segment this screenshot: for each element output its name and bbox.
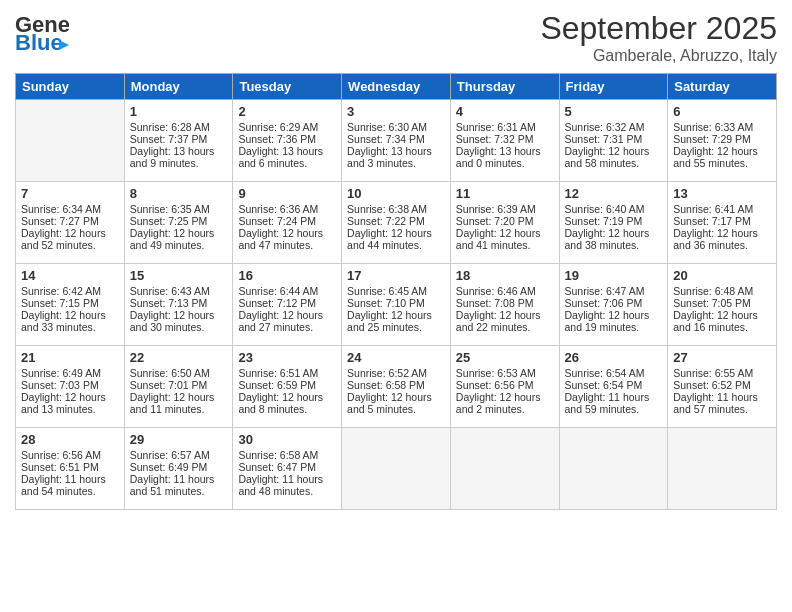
table-row: 1Sunrise: 6:28 AMSunset: 7:37 PMDaylight… [124, 100, 233, 182]
table-row: 14Sunrise: 6:42 AMSunset: 7:15 PMDayligh… [16, 264, 125, 346]
day-info: Sunset: 7:32 PM [456, 133, 554, 145]
day-info: and 48 minutes. [238, 485, 336, 497]
day-number: 20 [673, 268, 771, 283]
table-row: 11Sunrise: 6:39 AMSunset: 7:20 PMDayligh… [450, 182, 559, 264]
day-info: Daylight: 12 hours [238, 309, 336, 321]
day-info: Daylight: 12 hours [21, 391, 119, 403]
day-number: 22 [130, 350, 228, 365]
day-info: Sunset: 7:15 PM [21, 297, 119, 309]
day-info: and 8 minutes. [238, 403, 336, 415]
day-info: Daylight: 12 hours [130, 391, 228, 403]
day-info: Sunset: 6:47 PM [238, 461, 336, 473]
day-info: Sunset: 7:03 PM [21, 379, 119, 391]
day-number: 30 [238, 432, 336, 447]
day-info: Sunrise: 6:28 AM [130, 121, 228, 133]
table-row: 17Sunrise: 6:45 AMSunset: 7:10 PMDayligh… [342, 264, 451, 346]
table-row: 5Sunrise: 6:32 AMSunset: 7:31 PMDaylight… [559, 100, 668, 182]
page-container: General Blue September 2025 Gamberale, A… [0, 0, 792, 520]
week-row-1: 1Sunrise: 6:28 AMSunset: 7:37 PMDaylight… [16, 100, 777, 182]
day-info: Sunset: 7:17 PM [673, 215, 771, 227]
day-info: Daylight: 13 hours [347, 145, 445, 157]
header-wednesday: Wednesday [342, 74, 451, 100]
day-info: Sunrise: 6:29 AM [238, 121, 336, 133]
day-info: Daylight: 12 hours [21, 309, 119, 321]
day-info: Sunrise: 6:56 AM [21, 449, 119, 461]
day-info: and 57 minutes. [673, 403, 771, 415]
day-info: Sunrise: 6:33 AM [673, 121, 771, 133]
day-info: and 36 minutes. [673, 239, 771, 251]
svg-text:Blue: Blue [15, 30, 63, 54]
day-info: Sunrise: 6:44 AM [238, 285, 336, 297]
day-number: 26 [565, 350, 663, 365]
day-info: Sunset: 7:19 PM [565, 215, 663, 227]
day-info: Sunrise: 6:40 AM [565, 203, 663, 215]
day-info: Daylight: 12 hours [673, 145, 771, 157]
day-info: Sunset: 6:51 PM [21, 461, 119, 473]
day-info: Daylight: 11 hours [565, 391, 663, 403]
table-row: 8Sunrise: 6:35 AMSunset: 7:25 PMDaylight… [124, 182, 233, 264]
table-row: 10Sunrise: 6:38 AMSunset: 7:22 PMDayligh… [342, 182, 451, 264]
day-info: and 6 minutes. [238, 157, 336, 169]
day-info: Daylight: 13 hours [130, 145, 228, 157]
day-info: Daylight: 12 hours [347, 227, 445, 239]
table-row: 3Sunrise: 6:30 AMSunset: 7:34 PMDaylight… [342, 100, 451, 182]
day-info: and 44 minutes. [347, 239, 445, 251]
day-info: Daylight: 11 hours [673, 391, 771, 403]
day-info: and 51 minutes. [130, 485, 228, 497]
day-number: 3 [347, 104, 445, 119]
day-info: Sunset: 7:25 PM [130, 215, 228, 227]
table-row: 20Sunrise: 6:48 AMSunset: 7:05 PMDayligh… [668, 264, 777, 346]
day-info: Sunset: 7:22 PM [347, 215, 445, 227]
day-info: Daylight: 12 hours [130, 309, 228, 321]
day-number: 25 [456, 350, 554, 365]
day-info: Sunrise: 6:51 AM [238, 367, 336, 379]
day-number: 14 [21, 268, 119, 283]
day-info: Daylight: 12 hours [673, 309, 771, 321]
day-info: and 0 minutes. [456, 157, 554, 169]
table-row [559, 428, 668, 510]
header-friday: Friday [559, 74, 668, 100]
day-info: Sunset: 6:56 PM [456, 379, 554, 391]
day-info: and 59 minutes. [565, 403, 663, 415]
day-info: and 47 minutes. [238, 239, 336, 251]
table-row [16, 100, 125, 182]
day-info: Daylight: 12 hours [238, 227, 336, 239]
day-info: and 13 minutes. [21, 403, 119, 415]
table-row: 15Sunrise: 6:43 AMSunset: 7:13 PMDayligh… [124, 264, 233, 346]
day-info: Daylight: 12 hours [456, 391, 554, 403]
day-info: Sunset: 6:54 PM [565, 379, 663, 391]
day-number: 24 [347, 350, 445, 365]
day-info: Sunrise: 6:39 AM [456, 203, 554, 215]
day-info: and 55 minutes. [673, 157, 771, 169]
day-info: Sunrise: 6:42 AM [21, 285, 119, 297]
day-info: Daylight: 12 hours [347, 391, 445, 403]
table-row: 23Sunrise: 6:51 AMSunset: 6:59 PMDayligh… [233, 346, 342, 428]
day-number: 5 [565, 104, 663, 119]
day-info: Daylight: 12 hours [21, 227, 119, 239]
logo-icon: General Blue [15, 10, 69, 54]
day-number: 17 [347, 268, 445, 283]
day-number: 6 [673, 104, 771, 119]
day-info: Sunrise: 6:34 AM [21, 203, 119, 215]
table-row [668, 428, 777, 510]
day-info: Sunset: 7:31 PM [565, 133, 663, 145]
day-info: Sunrise: 6:58 AM [238, 449, 336, 461]
header: General Blue September 2025 Gamberale, A… [15, 10, 777, 65]
table-row: 13Sunrise: 6:41 AMSunset: 7:17 PMDayligh… [668, 182, 777, 264]
day-info: Daylight: 13 hours [238, 145, 336, 157]
table-row: 25Sunrise: 6:53 AMSunset: 6:56 PMDayligh… [450, 346, 559, 428]
day-info: and 19 minutes. [565, 321, 663, 333]
table-row: 24Sunrise: 6:52 AMSunset: 6:58 PMDayligh… [342, 346, 451, 428]
day-info: Sunrise: 6:38 AM [347, 203, 445, 215]
day-info: Sunrise: 6:52 AM [347, 367, 445, 379]
title-block: September 2025 Gamberale, Abruzzo, Italy [540, 10, 777, 65]
day-number: 16 [238, 268, 336, 283]
month-title: September 2025 [540, 10, 777, 47]
calendar-table: Sunday Monday Tuesday Wednesday Thursday… [15, 73, 777, 510]
day-info: Sunset: 7:10 PM [347, 297, 445, 309]
day-number: 21 [21, 350, 119, 365]
day-info: Daylight: 12 hours [130, 227, 228, 239]
table-row: 4Sunrise: 6:31 AMSunset: 7:32 PMDaylight… [450, 100, 559, 182]
table-row: 22Sunrise: 6:50 AMSunset: 7:01 PMDayligh… [124, 346, 233, 428]
table-row: 29Sunrise: 6:57 AMSunset: 6:49 PMDayligh… [124, 428, 233, 510]
